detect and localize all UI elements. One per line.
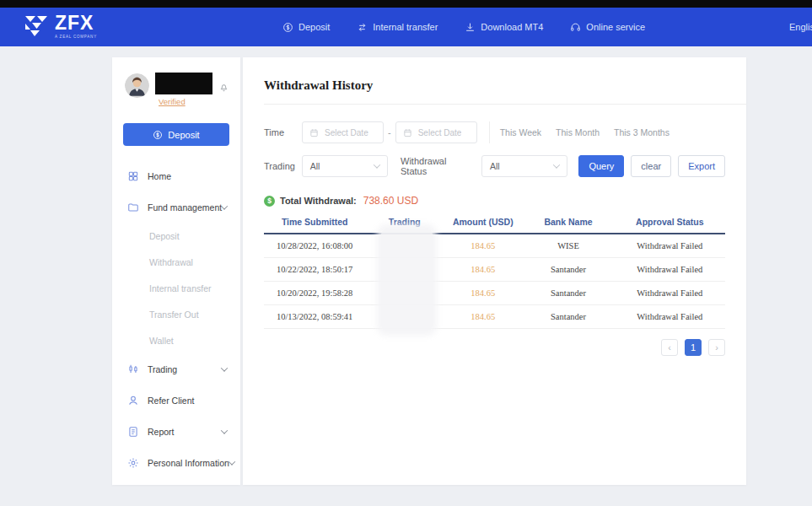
trading-select[interactable]: All bbox=[302, 155, 388, 177]
col-amount-usd: Amount (USD) bbox=[444, 217, 522, 227]
pagination-next-button[interactable]: › bbox=[708, 339, 725, 356]
withdrawal-history-panel: Withdrawal History Time Select Date - Se… bbox=[243, 57, 746, 485]
pagination: ‹ 1 › bbox=[264, 339, 725, 356]
status-select-value: All bbox=[490, 161, 500, 171]
sidebar-subitem-wallet[interactable]: Wallet bbox=[112, 327, 240, 353]
cell-time: 10/13/2022, 08:59:41 bbox=[264, 312, 365, 321]
sidebar-item-label: Refer Client bbox=[148, 396, 227, 406]
sidebar: Verified Deposit Home Fund management De… bbox=[112, 57, 240, 485]
deposit-button-label: Deposit bbox=[168, 130, 199, 140]
trading-select-value: All bbox=[310, 161, 320, 171]
sidebar-subitem-internal-transfer[interactable]: Internal transfer bbox=[112, 275, 240, 301]
candlestick-chart-icon bbox=[127, 363, 139, 375]
sidebar-deposit-button[interactable]: Deposit bbox=[123, 123, 229, 146]
sidebar-item-fund-management[interactable]: Fund management bbox=[112, 191, 240, 223]
sidebar-item-label: Personal Information bbox=[148, 458, 229, 468]
verified-link[interactable]: Verified bbox=[159, 97, 186, 106]
pagination-page-1[interactable]: 1 bbox=[685, 339, 702, 356]
zfx-logo[interactable]: ZFX A ZEAL COMPANY bbox=[24, 13, 97, 39]
sidebar-item-trading[interactable]: Trading bbox=[112, 353, 240, 385]
navbar-item-online-service[interactable]: Online service bbox=[570, 22, 645, 33]
chevron-down-icon bbox=[374, 161, 380, 168]
cell-bank: Santander bbox=[522, 312, 614, 321]
sidebar-subitem-transfer-out[interactable]: Transfer Out bbox=[112, 301, 240, 327]
cell-amount: 184.65 bbox=[444, 241, 522, 250]
sidebar-item-label: Trading bbox=[148, 364, 222, 374]
logo-subtext: A ZEAL COMPANY bbox=[55, 35, 97, 39]
quick-filter-this-week[interactable]: This Week bbox=[500, 127, 541, 137]
dollar-badge-icon: $ bbox=[264, 196, 275, 207]
table-row: 10/20/2022, 19:58:28 184.65 Santander Wi… bbox=[264, 282, 725, 305]
table-header-row: Time Submitted Trading Amount (USD) Bank… bbox=[264, 217, 725, 234]
top-navbar: ZFX A ZEAL COMPANY Deposit Internal tran… bbox=[0, 8, 812, 46]
cell-status: Withdrawal Failed bbox=[615, 288, 725, 298]
quick-filter-this-month[interactable]: This Month bbox=[556, 127, 600, 137]
logo-text: ZFX bbox=[55, 13, 97, 33]
col-trading: Trading bbox=[365, 217, 444, 227]
date-to-placeholder: Select Date bbox=[418, 128, 462, 137]
sidebar-item-personal-information[interactable]: Personal Information bbox=[112, 447, 240, 478]
cell-status: Withdrawal Failed bbox=[615, 265, 725, 274]
sidebar-menu: Home Fund management Deposit Withdrawal … bbox=[112, 160, 240, 478]
cell-status: Withdrawal Failed bbox=[615, 312, 725, 321]
person-icon bbox=[127, 395, 139, 406]
zfx-logo-mark-icon bbox=[24, 13, 49, 39]
quick-filter-this-3-months[interactable]: This 3 Months bbox=[614, 127, 669, 137]
clear-button[interactable]: clear bbox=[631, 155, 671, 177]
chevron-down-icon bbox=[221, 202, 228, 209]
date-to-input[interactable]: Select Date bbox=[395, 121, 477, 143]
top-black-strip bbox=[0, 0, 812, 8]
folder-icon bbox=[127, 202, 139, 213]
query-button[interactable]: Query bbox=[578, 155, 624, 177]
avatar-image bbox=[125, 73, 149, 98]
document-icon bbox=[127, 426, 139, 438]
cell-time: 10/28/2022, 16:08:00 bbox=[264, 241, 365, 250]
withdrawal-table: Time Submitted Trading Amount (USD) Bank… bbox=[264, 217, 725, 329]
pagination-prev-button[interactable]: ‹ bbox=[661, 339, 678, 356]
sidebar-item-label: Report bbox=[148, 427, 222, 437]
cell-status: Withdrawal Failed bbox=[615, 241, 725, 250]
navbar-item-label: Internal transfer bbox=[373, 22, 438, 32]
navbar-item-download-mt4[interactable]: Download MT4 bbox=[465, 22, 543, 33]
title-divider bbox=[264, 104, 746, 105]
date-from-input[interactable]: Select Date bbox=[302, 121, 384, 143]
date-range-separator: - bbox=[388, 127, 391, 137]
export-button[interactable]: Export bbox=[678, 155, 725, 177]
chevron-down-icon bbox=[221, 427, 228, 433]
notification-bell-icon[interactable] bbox=[218, 82, 229, 93]
sidebar-item-report[interactable]: Report bbox=[112, 416, 240, 447]
language-selector[interactable]: English bbox=[789, 8, 812, 46]
navbar-item-internal-transfer[interactable]: Internal transfer bbox=[357, 22, 438, 33]
withdrawal-status-select[interactable]: All bbox=[481, 155, 567, 177]
navbar-item-label: Download MT4 bbox=[481, 22, 543, 32]
sidebar-item-home[interactable]: Home bbox=[112, 160, 240, 191]
col-bank-name: Bank Name bbox=[522, 217, 614, 227]
transfer-icon bbox=[357, 22, 368, 33]
grid-icon bbox=[127, 170, 139, 182]
table-row: 10/22/2022, 18:50:17 184.65 Santander Wi… bbox=[264, 258, 725, 282]
cell-bank: WISE bbox=[522, 241, 614, 250]
table-row: 10/13/2022, 08:59:41 184.65 Santander Wi… bbox=[264, 305, 725, 329]
chevron-down-icon bbox=[221, 364, 228, 371]
navbar-menu: Deposit Internal transfer Download MT4 O… bbox=[282, 8, 645, 46]
col-time-submitted: Time Submitted bbox=[264, 217, 365, 227]
chevron-down-icon bbox=[553, 161, 560, 168]
sidebar-item-refer-client[interactable]: Refer Client bbox=[112, 385, 240, 416]
sidebar-subitem-withdrawal[interactable]: Withdrawal bbox=[112, 249, 240, 275]
dollar-circle-icon bbox=[282, 22, 293, 33]
navbar-item-deposit[interactable]: Deposit bbox=[282, 22, 330, 33]
col-approval-status: Approval Status bbox=[615, 217, 725, 227]
sidebar-subitem-deposit[interactable]: Deposit bbox=[112, 223, 240, 249]
redaction-overlay bbox=[381, 229, 432, 331]
page-title: Withdrawal History bbox=[264, 78, 725, 93]
gear-icon bbox=[127, 457, 139, 469]
trading-label: Trading bbox=[264, 161, 302, 171]
redacted-username bbox=[155, 73, 212, 94]
download-icon bbox=[465, 22, 476, 33]
cell-bank: Santander bbox=[522, 288, 614, 298]
user-avatar bbox=[125, 73, 149, 98]
dollar-circle-icon bbox=[153, 130, 163, 140]
total-withdrawal-value: 738.60 USD bbox=[363, 195, 418, 207]
headset-icon bbox=[570, 22, 581, 33]
cell-bank: Santander bbox=[522, 265, 614, 274]
